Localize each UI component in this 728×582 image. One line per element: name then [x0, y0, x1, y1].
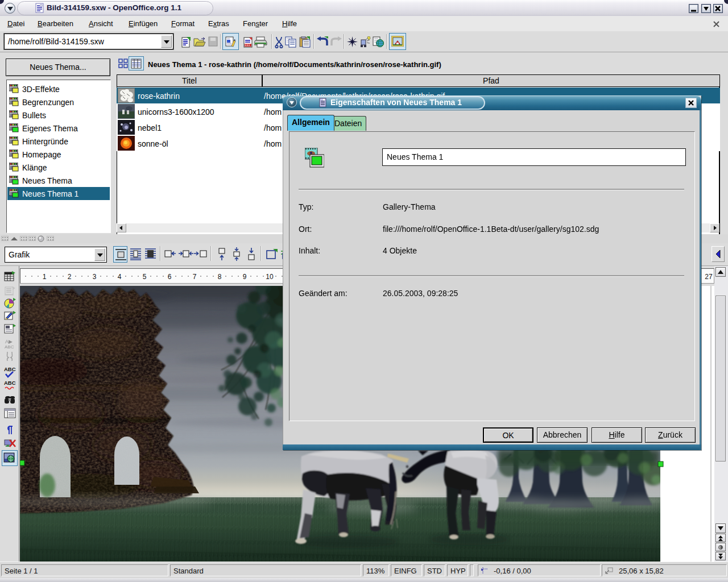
svg-text:2: 2 — [68, 273, 72, 281]
svg-text:6: 6 — [168, 273, 172, 281]
svg-text:A▶: A▶ — [5, 339, 13, 344]
svg-text:7: 7 — [193, 273, 197, 281]
svg-text:5: 5 — [143, 273, 147, 281]
svg-text:4: 4 — [118, 273, 122, 281]
svg-text:ABC: ABC — [4, 366, 16, 372]
svg-text:9: 9 — [243, 273, 247, 281]
svg-text:27: 27 — [705, 273, 713, 281]
svg-text:8: 8 — [218, 273, 222, 281]
svg-text:ABC: ABC — [4, 380, 16, 386]
svg-text:1: 1 — [43, 273, 47, 281]
svg-text:ABC: ABC — [5, 344, 14, 350]
svg-text:10: 10 — [266, 273, 274, 281]
svg-text:3: 3 — [93, 273, 97, 281]
